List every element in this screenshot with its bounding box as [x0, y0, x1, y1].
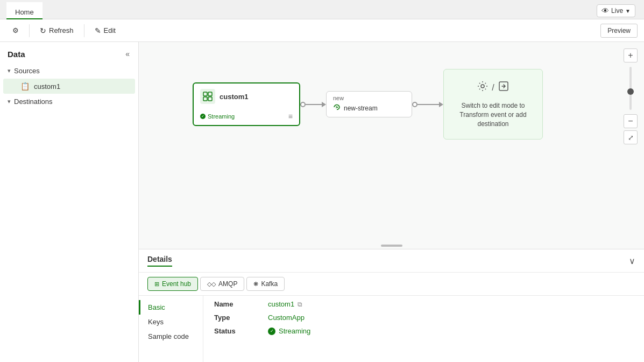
zoom-handle: [627, 88, 634, 95]
refresh-label: Refresh: [49, 26, 74, 34]
destinations-label: Destinations: [14, 98, 53, 106]
tab-kafka[interactable]: ❋ Kafka: [246, 277, 285, 291]
copy-name-button[interactable]: ⧉: [298, 301, 302, 308]
details-content: Basic Keys Sample code Name custom1 ⧉: [139, 296, 644, 362]
edit-label: Edit: [104, 26, 116, 34]
panel-drag-handle[interactable]: [381, 245, 402, 247]
source-node[interactable]: custom1 Streaming ≡: [193, 82, 300, 126]
field-name-value: custom1: [268, 300, 294, 308]
amqp-icon: ◇◇: [207, 281, 216, 288]
field-value-name: custom1 ⧉: [268, 300, 302, 308]
custom1-label: custom1: [34, 82, 60, 90]
chevron-down-icon: ▼: [625, 8, 631, 14]
zoom-in-button[interactable]: +: [624, 48, 638, 62]
refresh-icon: ↻: [40, 26, 46, 35]
gear-icon: [477, 80, 489, 95]
destinations-section-header[interactable]: ▾ Destinations: [0, 94, 138, 109]
svg-rect-0: [203, 92, 207, 96]
node-menu-icon[interactable]: ≡: [288, 112, 293, 121]
preview-button[interactable]: Preview: [600, 24, 638, 38]
nav-basic-label: Basic: [148, 303, 165, 311]
nav-sample-code[interactable]: Sample code: [139, 329, 203, 344]
toolbar-divider1: [29, 24, 30, 37]
zoom-controls: + − ⤢: [624, 48, 638, 144]
svg-point-4: [481, 85, 484, 88]
eye-icon: 👁: [601, 6, 609, 15]
nav-keys-label: Keys: [148, 318, 164, 326]
toolbar-divider2: [84, 24, 84, 37]
details-tabs: ⊞ Event hub ◇◇ AMQP ❋ Kafka: [139, 273, 644, 296]
field-row-type: Type CustomApp: [214, 314, 633, 322]
settings-icon: ⚙: [12, 26, 19, 34]
dest-node-text: Switch to edit mode to Transform event o…: [452, 101, 534, 128]
sources-label: Sources: [14, 67, 40, 75]
details-nav: Basic Keys Sample code: [139, 296, 203, 362]
details-title: Details: [147, 255, 172, 267]
stream-name: new-stream: [344, 105, 378, 112]
tab-kafka-label: Kafka: [261, 280, 278, 288]
field-row-name: Name custom1 ⧉: [214, 300, 633, 308]
connector-dot2: [412, 102, 417, 107]
status-row: Streaming: [268, 327, 310, 335]
kafka-icon: ❋: [253, 281, 258, 288]
collapse-icon: «: [125, 50, 130, 58]
sources-chevron-icon: ▾: [8, 67, 11, 74]
fit-view-button[interactable]: ⤢: [624, 130, 638, 144]
svg-rect-1: [208, 92, 212, 96]
stream-node-label: new: [333, 95, 405, 101]
canvas-area: custom1 Streaming ≡: [139, 42, 644, 362]
zoom-out-button[interactable]: −: [624, 114, 638, 128]
streaming-text: Streaming: [208, 113, 235, 120]
details-collapse-button[interactable]: ∨: [629, 256, 635, 266]
tab-event-hub-label: Event hub: [162, 280, 191, 288]
details-panel: Details ∨ ⊞ Event hub ◇◇ AMQP ❋ Kafka: [139, 249, 644, 362]
field-value-type: CustomApp: [268, 314, 305, 322]
refresh-button[interactable]: ↻ Refresh: [34, 23, 80, 38]
sidebar-title: Data: [8, 50, 25, 59]
field-label-type: Type: [214, 314, 257, 322]
main-container: Data « ▾ Sources 📋 custom1 ▾ Destination…: [0, 42, 644, 362]
edit-icon: ✎: [95, 26, 101, 35]
sources-section-header[interactable]: ▾ Sources: [0, 64, 138, 78]
field-row-status: Status Streaming: [214, 327, 633, 335]
streaming-badge: Streaming: [200, 113, 235, 120]
sidebar: Data « ▾ Sources 📋 custom1 ▾ Destination…: [0, 42, 139, 362]
tab-event-hub[interactable]: ⊞ Event hub: [147, 277, 198, 291]
field-type-value: CustomApp: [268, 314, 305, 322]
flow-container: custom1 Streaming ≡: [193, 69, 543, 140]
edit-button[interactable]: ✎ Edit: [89, 23, 122, 38]
streaming-dot: [200, 114, 206, 119]
field-status-value: Streaming: [279, 327, 310, 335]
sidebar-collapse-button[interactable]: «: [124, 48, 131, 59]
nav-basic[interactable]: Basic: [139, 300, 203, 315]
svg-rect-3: [208, 97, 212, 101]
settings-button[interactable]: ⚙: [6, 23, 25, 38]
connector2: [412, 102, 443, 107]
dest-node[interactable]: / Switch to edit mode to Transform event…: [443, 69, 543, 140]
details-fields: Name custom1 ⧉ Type CustomApp Status: [203, 296, 644, 362]
stream-node[interactable]: new new-stream: [326, 91, 412, 117]
live-badge[interactable]: 👁 Live ▼: [597, 4, 635, 17]
dest-node-icons: /: [477, 80, 509, 95]
sidebar-item-custom1[interactable]: 📋 custom1: [3, 79, 135, 94]
custom1-icon: 📋: [20, 82, 30, 90]
preview-label: Preview: [607, 27, 631, 34]
export-icon: [498, 80, 509, 95]
nav-sample-code-label: Sample code: [148, 332, 189, 340]
slash-text: /: [492, 83, 494, 93]
event-hub-icon: ⊞: [154, 281, 159, 288]
field-label-status: Status: [214, 327, 257, 335]
tab-amqp-label: AMQP: [218, 280, 237, 288]
zoom-slider[interactable]: [629, 67, 632, 110]
zoom-in-icon: +: [628, 51, 633, 60]
tab-amqp[interactable]: ◇◇ AMQP: [200, 277, 244, 291]
source-node-icon: [200, 89, 215, 104]
home-tab[interactable]: Home: [6, 2, 43, 19]
nav-keys[interactable]: Keys: [139, 315, 203, 329]
svg-rect-2: [203, 97, 207, 101]
connector-arrow2: [439, 102, 443, 107]
connector1: [300, 102, 326, 107]
canvas[interactable]: custom1 Streaming ≡: [139, 42, 644, 249]
connector-line2: [417, 104, 439, 105]
chevron-down-icon: ∨: [629, 256, 635, 266]
